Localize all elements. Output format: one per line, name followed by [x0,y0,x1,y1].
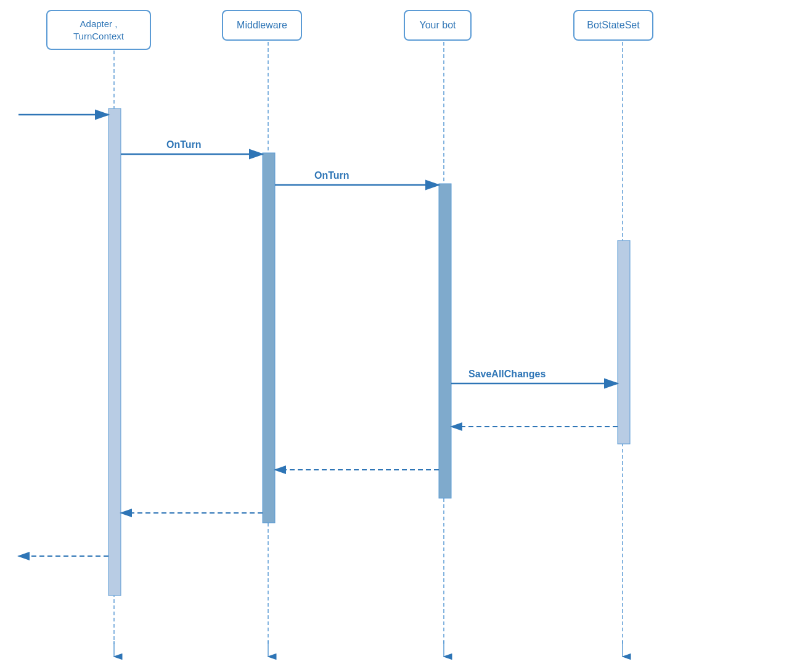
saveallchanges-label: SaveAllChanges [468,369,546,379]
actor-middleware-label: Middleware [237,20,287,31]
sequence-diagram: OnTurn OnTurn SaveAllChanges Adapter , T… [0,0,789,672]
actor-yourbot: Your bot [404,10,472,41]
actor-botstateset-label: BotStateSet [587,20,639,31]
onturn2-label: OnTurn [314,170,350,181]
actor-middleware: Middleware [222,10,302,41]
actor-adapter-label: Adapter , TurnContext [73,18,124,42]
yourbot-activation [439,184,451,498]
actor-botstateset: BotStateSet [573,10,653,41]
onturn1-label: OnTurn [166,139,202,150]
adapter-activation [108,109,121,596]
diagram-svg: OnTurn OnTurn SaveAllChanges [0,0,789,672]
actor-yourbot-label: Your bot [419,20,456,31]
actor-adapter: Adapter , TurnContext [46,10,151,50]
middleware-activation [263,153,275,523]
botstateset-activation [618,240,630,444]
